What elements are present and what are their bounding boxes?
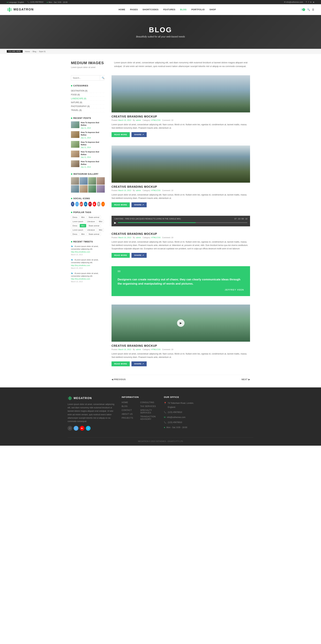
- nav-shortcodes[interactable]: SHORTCODES: [143, 8, 159, 11]
- svg-rect-4: [70, 396, 70, 400]
- read-more-btn-5[interactable]: READ MORE: [112, 362, 130, 366]
- share-btn-1[interactable]: SHARE ↗: [131, 132, 147, 137]
- recent-post-title-2[interactable]: How To Improve And Refine: [81, 131, 105, 136]
- nav-blog[interactable]: BLOG: [180, 8, 187, 11]
- footer-link-blog[interactable]: BLOG: [122, 405, 128, 408]
- tweet-link-2[interactable]: http://tiny.shotlinks.com: [71, 264, 105, 267]
- tag-lit-2[interactable]: Literature: [86, 228, 97, 232]
- next-page-link[interactable]: NEXT ▶: [242, 378, 250, 381]
- prev-page-link[interactable]: ◀ PREVIOUS: [112, 378, 126, 381]
- facebook-icon[interactable]: f: [71, 202, 74, 206]
- category-photography[interactable]: PHOTOGRAPHY (8): [71, 104, 105, 108]
- tag-dress-3[interactable]: Dress: [71, 232, 79, 236]
- tag-skate-3[interactable]: Skate animal: [87, 232, 101, 236]
- category-destination[interactable]: DESTINATION (8): [71, 89, 105, 93]
- category-landscape[interactable]: LANDSCAPE (8): [71, 97, 105, 100]
- tag-mini-1[interactable]: Mini: [80, 216, 86, 219]
- pinterest-icon[interactable]: P: [88, 202, 92, 206]
- category-nature[interactable]: NATURE (8): [71, 100, 105, 104]
- email-icon[interactable]: ✉: [97, 202, 101, 206]
- logo[interactable]: MEGATRON: [7, 7, 34, 12]
- insta-2[interactable]: [80, 177, 88, 185]
- nav-pages[interactable]: PAGES: [130, 8, 138, 11]
- recent-post-thumb-1: [71, 121, 79, 128]
- read-more-btn-3[interactable]: READ MORE: [112, 253, 130, 258]
- read-more-btn-1[interactable]: READ MORE: [112, 132, 130, 137]
- linkedin-icon-top[interactable]: in: [310, 1, 311, 3]
- recent-posts-title: RECENT POSTS: [71, 117, 105, 119]
- footer-info-title: INFORMATION: [122, 396, 157, 398]
- tag-mini-5[interactable]: Mini: [80, 232, 86, 236]
- linkedin-icon[interactable]: in: [84, 202, 87, 206]
- rss-icon[interactable]: ⚡: [101, 202, 105, 206]
- footer-desc: Lorem ipsum dolor sit amet, consectetuer…: [68, 402, 115, 423]
- share-btn-5[interactable]: SHARE ↗: [131, 362, 147, 366]
- post-image-5: ▶: [112, 304, 250, 342]
- tag-skate-1[interactable]: Skate animal: [87, 216, 101, 219]
- search-input[interactable]: [71, 76, 100, 80]
- share-btn-2[interactable]: SHARE ↗: [131, 202, 147, 207]
- footer-fb-icon[interactable]: f: [68, 426, 72, 431]
- breadcrumb-blog[interactable]: Blog: [33, 50, 36, 52]
- footer-link-contact[interactable]: CONTACT: [122, 409, 132, 412]
- search-button[interactable]: 🔍: [100, 76, 106, 80]
- tweet-link-1[interactable]: http://tiny.shotlinks.com: [71, 250, 105, 254]
- tweet-link-3[interactable]: http://tiny.shotlinks.com: [71, 278, 105, 280]
- tag-dress-2[interactable]: Dress: [71, 224, 79, 228]
- cart-icon[interactable]: 🛒0: [301, 8, 305, 11]
- play-button[interactable]: ▶: [114, 221, 116, 224]
- twitter-icon-top[interactable]: T: [306, 1, 307, 3]
- recent-post-3: How To Improve And Refine July 11, 2014: [71, 141, 105, 149]
- popular-tags-title: POPULAR TAGS: [71, 211, 105, 214]
- nav-shop[interactable]: SHOP: [209, 8, 216, 11]
- email-label: ✉ info@osthemes.com: [284, 1, 303, 3]
- facebook-icon-top[interactable]: f: [308, 1, 309, 3]
- footer-link-tax[interactable]: TAX SERVICES: [140, 405, 156, 408]
- tag-lorem-1[interactable]: Lorem ipsum: [71, 220, 85, 223]
- nav-portfolio[interactable]: PORTFOLIO: [191, 8, 205, 11]
- twitter-icon[interactable]: t: [75, 202, 79, 206]
- footer-tw-icon[interactable]: t: [74, 426, 78, 431]
- footer-link-consulting[interactable]: CONSULTING: [140, 401, 154, 404]
- nav-home[interactable]: HOME: [119, 8, 125, 11]
- breadcrumb-home[interactable]: Home: [25, 50, 30, 52]
- recent-post-title-1[interactable]: How To Improve And Refine: [81, 121, 105, 126]
- footer-link-specialty[interactable]: SPECIALTY SERVICES: [140, 409, 152, 414]
- googleplus-icon[interactable]: g+: [80, 202, 83, 206]
- recent-post-title-4[interactable]: How To Improve And Refine: [81, 150, 105, 156]
- footer-yt-icon[interactable]: ▶: [80, 426, 85, 431]
- menu-icon[interactable]: ☰: [312, 8, 314, 11]
- footer-link-transaction[interactable]: TRANSACTION ADVISORY: [140, 416, 156, 420]
- insta-8[interactable]: [97, 185, 105, 192]
- recent-post-title-5[interactable]: How To Improve And Refine: [81, 160, 105, 166]
- tag-skate-2[interactable]: Skate animal: [87, 224, 101, 228]
- tag-lorem-2[interactable]: Lorem ipsum: [71, 228, 85, 232]
- audio-progress-bar[interactable]: [118, 222, 247, 223]
- video-play-overlay[interactable]: ▶: [177, 320, 184, 327]
- nav-features[interactable]: FEATURES: [163, 8, 176, 11]
- youtube-icon[interactable]: ▶: [93, 202, 96, 206]
- share-btn-3[interactable]: SHARE ↗: [131, 253, 147, 258]
- footer-link-about[interactable]: ABOUT US: [122, 413, 133, 415]
- tag-mini-4[interactable]: Mini: [97, 228, 104, 232]
- tag-dress-1[interactable]: Dress: [71, 216, 79, 219]
- tag-lit-1[interactable]: Literature: [86, 220, 97, 223]
- read-more-btn-2[interactable]: READ MORE: [112, 202, 130, 207]
- insta-7[interactable]: [88, 185, 96, 192]
- category-travel[interactable]: TRAVEL (8): [71, 108, 105, 112]
- insta-5[interactable]: [71, 185, 79, 192]
- insta-3[interactable]: [88, 177, 96, 185]
- insta-1[interactable]: [71, 177, 79, 185]
- instagram-icon-top[interactable]: ◈: [313, 1, 314, 3]
- footer-link-home[interactable]: HOME: [122, 401, 128, 404]
- insta-4[interactable]: [97, 177, 105, 185]
- category-food[interactable]: FOOD (8): [71, 93, 105, 97]
- insta-6[interactable]: [80, 185, 88, 192]
- search-icon-header[interactable]: 🔍: [307, 8, 310, 11]
- tag-mini-3[interactable]: Mini: [80, 224, 86, 228]
- tag-mini-2[interactable]: Mini: [97, 220, 104, 223]
- footer-vm-icon[interactable]: V: [86, 426, 91, 431]
- recent-post-title-3[interactable]: How To Improve And Refine: [81, 141, 105, 146]
- footer-link-projects[interactable]: PROJECTS: [122, 417, 133, 419]
- social-icons-title: SOCIAL ICONS: [71, 197, 105, 200]
